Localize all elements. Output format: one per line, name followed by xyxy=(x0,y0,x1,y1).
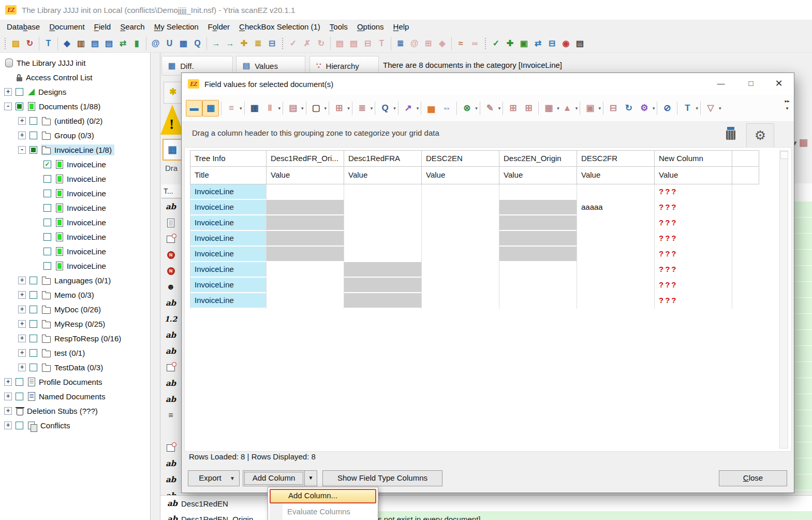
chevron-down-icon[interactable]: ▾ xyxy=(719,106,721,111)
share-export-icon[interactable]: ↗ xyxy=(401,100,416,116)
expand-icon[interactable]: + xyxy=(18,335,26,342)
checkbox-unchecked[interactable] xyxy=(29,364,37,371)
grid-cell-title[interactable]: InvoiceLine xyxy=(190,293,267,309)
chevron-down-icon[interactable]: ▾ xyxy=(575,106,578,111)
checkbox-unchecked[interactable] xyxy=(16,422,23,429)
grid-cell[interactable] xyxy=(344,262,422,278)
tree-item-invoiceline[interactable]: InvoiceLine xyxy=(0,171,150,186)
grid-cell[interactable] xyxy=(499,184,577,200)
subheader-value[interactable]: Value xyxy=(422,167,499,184)
checkbox-unchecked[interactable] xyxy=(29,291,37,299)
checkbox-flag-icon[interactable]: ✓ xyxy=(489,36,503,50)
checkbox-unchecked[interactable] xyxy=(16,88,23,96)
document-link-icon[interactable]: ⊞ xyxy=(421,36,435,50)
grid-cell[interactable] xyxy=(577,231,655,247)
grid-cell[interactable] xyxy=(577,278,655,293)
flag-new-icon[interactable]: ✚ xyxy=(503,36,517,50)
subheader-value[interactable]: Value xyxy=(267,167,344,184)
grid-cell[interactable] xyxy=(267,231,344,247)
flag-notes-icon[interactable]: ▤ xyxy=(573,36,587,50)
gear-icon[interactable]: ⚙ xyxy=(746,123,774,148)
chevron-down-icon[interactable]: ▾ xyxy=(347,106,350,111)
grid-cell[interactable] xyxy=(344,231,422,247)
tree-item-profile-documents[interactable]: +Profile Documents xyxy=(0,374,150,389)
grid-cell-title[interactable]: InvoiceLine xyxy=(190,215,267,231)
export-dxl-icon[interactable]: → xyxy=(223,36,237,50)
column-compass-icon[interactable]: ▦ xyxy=(247,100,262,116)
checkbox-unchecked[interactable] xyxy=(43,248,51,255)
grid-cell[interactable]: ??? xyxy=(655,293,732,309)
grid-cell[interactable] xyxy=(422,231,499,247)
chart-icon[interactable]: ▅ xyxy=(423,100,439,116)
grid-cell-title[interactable]: InvoiceLine xyxy=(190,231,267,247)
column-header-desc2fr[interactable]: DESC2FR xyxy=(577,150,655,167)
field-type-row[interactable]: ab xyxy=(162,328,180,343)
grid-cell[interactable] xyxy=(499,231,577,247)
fit-columns-icon[interactable]: ⇔ xyxy=(439,100,454,116)
expand-icon[interactable]: + xyxy=(18,320,26,328)
flag-copy-icon[interactable]: ▣ xyxy=(517,36,531,50)
menu-item-checkbox-selection-1[interactable]: CheckBox Selection (1) xyxy=(234,20,325,34)
menu-item-my-selection[interactable]: My Selection xyxy=(150,20,203,34)
chevron-down-icon[interactable]: ▾ xyxy=(475,106,478,111)
trash-icon[interactable] xyxy=(726,128,736,140)
layout-grid-icon[interactable]: ▦ xyxy=(202,100,219,117)
expand-icon[interactable]: + xyxy=(4,407,12,415)
menu-item-folder[interactable]: Folder xyxy=(203,20,235,34)
field-type-row[interactable]: ab xyxy=(162,456,180,472)
checkbox-unchecked[interactable] xyxy=(29,320,37,328)
paste-rows-icon[interactable]: ≣ xyxy=(355,100,370,116)
refresh-icon[interactable]: ↻ xyxy=(314,36,328,50)
dialog-titlebar[interactable]: EZ Field values for selected document(s) xyxy=(182,73,794,95)
tree-item-invoiceline[interactable]: InvoiceLine xyxy=(0,157,150,171)
field-row[interactable]: ab Desc1RedEN xyxy=(160,495,812,511)
expand-icon[interactable]: + xyxy=(18,306,26,313)
menu-item-database[interactable]: Database xyxy=(2,20,45,34)
text-columns-icon[interactable]: T xyxy=(680,100,695,116)
column-header-new-column[interactable]: New Column xyxy=(655,150,732,167)
grid-cell[interactable]: aaaaa xyxy=(577,200,655,215)
search-by-unid-icon[interactable]: U xyxy=(163,36,176,50)
maximize-button[interactable]: □ xyxy=(739,75,763,92)
checkbox-checked[interactable] xyxy=(43,161,51,168)
window-browser-icon[interactable]: ▦ xyxy=(176,36,190,50)
tree-item-invoiceline[interactable]: InvoiceLine xyxy=(0,215,150,229)
grid-cell[interactable]: ??? xyxy=(655,278,732,293)
checkbox-unchecked[interactable] xyxy=(43,219,51,226)
field-type-row[interactable]: ab xyxy=(162,296,180,311)
menu-item-add-column[interactable]: Add Column... xyxy=(270,489,376,503)
mail-icon[interactable]: @ xyxy=(407,36,421,50)
collapse-icon[interactable]: - xyxy=(18,146,26,154)
column-header-item[interactable] xyxy=(732,150,759,167)
tree-item-the-library-jjjj-init[interactable]: The Library JJJJ init xyxy=(0,55,150,70)
field-type-row[interactable]: N xyxy=(162,248,180,263)
expand-icon[interactable]: + xyxy=(18,349,26,357)
row-sort-icon[interactable]: ≡ xyxy=(224,100,239,116)
menu-item-tools[interactable]: Tools xyxy=(325,20,352,34)
checkbox-unchecked[interactable] xyxy=(43,233,51,241)
expand-icon[interactable]: + xyxy=(18,277,26,284)
tree-item-testdata-0-3[interactable]: +TestData (0/3) xyxy=(0,360,150,374)
checkbox-unchecked[interactable] xyxy=(43,175,51,183)
grid-cell[interactable]: ??? xyxy=(655,231,732,247)
grid-cell[interactable] xyxy=(344,184,422,200)
grid-view-button[interactable]: ▦ xyxy=(163,139,182,161)
field-type-row[interactable]: ab xyxy=(162,392,180,408)
chevron-down-icon[interactable]: ▾ xyxy=(417,106,419,111)
expand-icon[interactable]: + xyxy=(4,422,12,429)
checkbox-unchecked[interactable] xyxy=(29,306,37,313)
column-header-desc1redfra[interactable]: Desc1RedFRA xyxy=(344,150,422,167)
create-response-icon[interactable]: ▤ xyxy=(333,36,347,50)
column-header-desc2en-origin[interactable]: Desc2EN_Origin xyxy=(499,150,577,167)
cancel-icon[interactable]: ✗ xyxy=(300,36,314,50)
flag-delete-icon[interactable]: ⊟ xyxy=(545,36,559,50)
export-document-icon[interactable]: → xyxy=(209,36,223,50)
expand-icon[interactable]: + xyxy=(18,291,26,299)
collapse-icon[interactable]: - xyxy=(4,103,12,110)
grid-cell[interactable] xyxy=(422,184,499,200)
new-document-icon[interactable]: ✚ xyxy=(237,36,251,50)
grid-cell[interactable] xyxy=(499,278,577,293)
tree-item-conflicts[interactable]: +Conflicts xyxy=(0,418,150,432)
tree-item-invoiceline[interactable]: InvoiceLine xyxy=(0,186,150,200)
chevron-down-icon[interactable]: ▾ xyxy=(324,106,327,111)
